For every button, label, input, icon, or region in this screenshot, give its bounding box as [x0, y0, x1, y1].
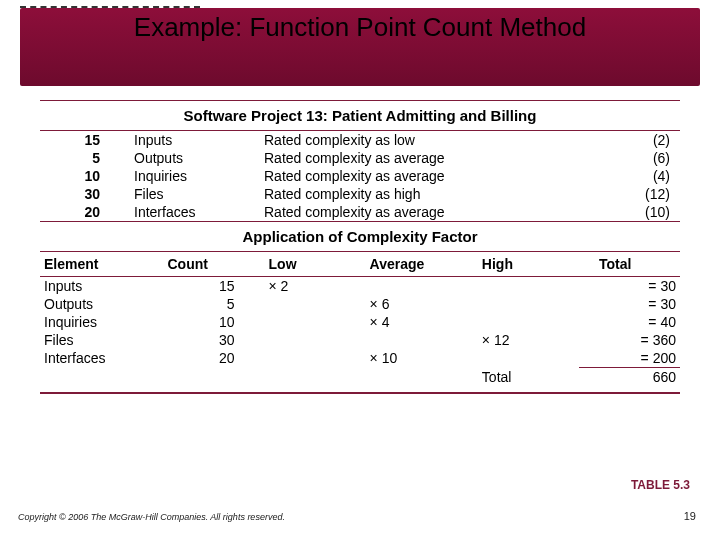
count-cell: 15	[40, 131, 130, 149]
grand-total: 660	[579, 368, 680, 386]
col-average: Average	[366, 252, 478, 276]
low-cell	[265, 349, 366, 367]
col-element: Element	[40, 252, 164, 276]
low-cell	[265, 295, 366, 313]
total-cell: = 30	[579, 295, 680, 313]
table-row: Inquiries 10 × 4 = 40	[40, 313, 680, 331]
table-row: 10 Inquiries Rated complexity as average…	[40, 167, 680, 185]
desc-cell: Rated complexity as average	[260, 167, 520, 185]
table-row: Interfaces 20 × 10 = 200	[40, 349, 680, 367]
complexity-rating-table: 15 Inputs Rated complexity as low (2) 5 …	[40, 131, 680, 221]
rule-bottom	[40, 392, 680, 394]
table-header-row: Element Count Low Average High Total	[40, 252, 680, 276]
table-content: Software Project 13: Patient Admitting a…	[40, 100, 680, 394]
count-cell: 10	[164, 313, 265, 331]
table-number-label: TABLE 5.3	[631, 478, 690, 492]
total-cell: = 200	[579, 349, 680, 367]
element-cell: Interfaces	[40, 349, 164, 367]
weight-cell: (12)	[520, 185, 680, 203]
weight-cell: (4)	[520, 167, 680, 185]
high-cell: × 12	[478, 331, 579, 349]
col-count: Count	[164, 252, 265, 276]
decorative-dash	[20, 6, 200, 8]
count-cell: 5	[164, 295, 265, 313]
total-label: Total	[478, 368, 579, 386]
weight-cell: (2)	[520, 131, 680, 149]
table-row: Outputs 5 × 6 = 30	[40, 295, 680, 313]
count-cell: 20	[164, 349, 265, 367]
table-row: Files 30 × 12 = 360	[40, 331, 680, 349]
avg-cell	[366, 277, 478, 295]
avg-cell: × 4	[366, 313, 478, 331]
section2-heading: Application of Complexity Factor	[40, 222, 680, 251]
col-high: High	[478, 252, 579, 276]
weight-cell: (10)	[520, 203, 680, 221]
total-cell: = 40	[579, 313, 680, 331]
count-cell: 20	[40, 203, 130, 221]
table-row: 15 Inputs Rated complexity as low (2)	[40, 131, 680, 149]
table-row: 5 Outputs Rated complexity as average (6…	[40, 149, 680, 167]
element-cell: Outputs	[40, 295, 164, 313]
col-total: Total	[579, 252, 680, 276]
type-cell: Interfaces	[130, 203, 260, 221]
avg-cell	[366, 331, 478, 349]
count-cell: 30	[164, 331, 265, 349]
count-cell: 10	[40, 167, 130, 185]
total-row: Total 660	[40, 368, 680, 386]
high-cell	[478, 295, 579, 313]
high-cell	[478, 313, 579, 331]
desc-cell: Rated complexity as average	[260, 149, 520, 167]
desc-cell: Rated complexity as low	[260, 131, 520, 149]
low-cell	[265, 313, 366, 331]
title-banner: Example: Function Point Count Method	[20, 8, 700, 86]
table-row: 20 Interfaces Rated complexity as averag…	[40, 203, 680, 221]
table-row: 30 Files Rated complexity as high (12)	[40, 185, 680, 203]
element-cell: Files	[40, 331, 164, 349]
total-cell: = 360	[579, 331, 680, 349]
high-cell	[478, 277, 579, 295]
element-cell: Inquiries	[40, 313, 164, 331]
avg-cell: × 10	[366, 349, 478, 367]
desc-cell: Rated complexity as average	[260, 203, 520, 221]
low-cell: × 2	[265, 277, 366, 295]
slide-title: Example: Function Point Count Method	[134, 12, 586, 42]
element-cell: Inputs	[40, 277, 164, 295]
low-cell	[265, 331, 366, 349]
page-number: 19	[684, 510, 696, 522]
table-row: Inputs 15 × 2 = 30	[40, 277, 680, 295]
type-cell: Inputs	[130, 131, 260, 149]
high-cell	[478, 349, 579, 367]
weight-cell: (6)	[520, 149, 680, 167]
avg-cell: × 6	[366, 295, 478, 313]
type-cell: Inquiries	[130, 167, 260, 185]
type-cell: Outputs	[130, 149, 260, 167]
section1-heading: Software Project 13: Patient Admitting a…	[40, 101, 680, 130]
total-cell: = 30	[579, 277, 680, 295]
copyright-text: Copyright © 2006 The McGraw-Hill Compani…	[18, 512, 285, 522]
desc-cell: Rated complexity as high	[260, 185, 520, 203]
count-cell: 30	[40, 185, 130, 203]
col-low: Low	[265, 252, 366, 276]
count-cell: 5	[40, 149, 130, 167]
complexity-application-table: Element Count Low Average High Total Inp…	[40, 252, 680, 386]
type-cell: Files	[130, 185, 260, 203]
count-cell: 15	[164, 277, 265, 295]
